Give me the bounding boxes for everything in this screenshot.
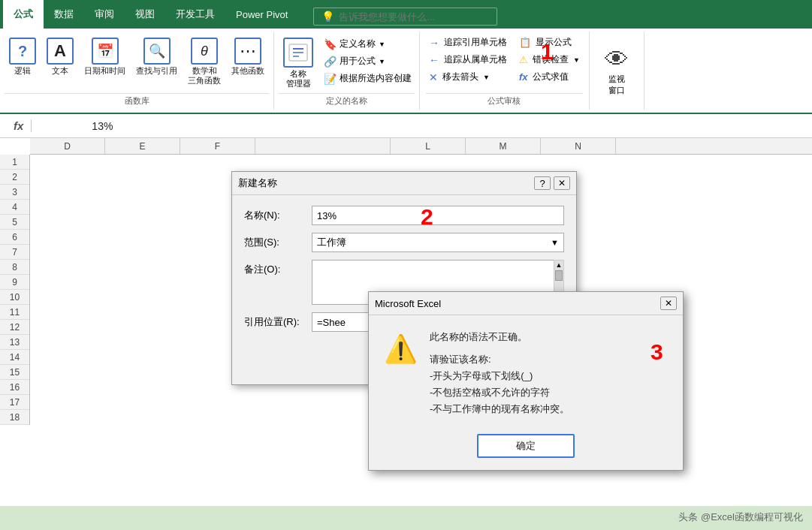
row-num-1: 1: [0, 155, 29, 170]
col-header-m: M: [466, 138, 541, 154]
row-num-2: 2: [0, 170, 29, 185]
row-num-13: 13: [0, 335, 29, 350]
logic-button[interactable]: ? 逻辑: [5, 35, 41, 79]
text-label: 文本: [52, 66, 68, 76]
use-in-formula-button[interactable]: 🔗 用于公式 ▼: [321, 53, 415, 69]
create-from-selection-button[interactable]: 📝 根据所选内容创建: [321, 71, 415, 86]
comment-scrollbar-up[interactable]: ▲: [555, 260, 563, 270]
excel-error-main-message: 此名称的语法不正确。: [430, 330, 569, 344]
watermark: 头条 @Excel函数编程可视化: [678, 510, 803, 524]
function-library-group: ? 逻辑 A 文本 📅 日期和时间 🔍 查找与引用: [0, 32, 274, 110]
col-header-n: N: [541, 138, 616, 154]
trace-precedents-button[interactable]: → 追踪引用单元格: [426, 35, 510, 50]
row-num-18: 18: [0, 410, 29, 425]
use-in-formula-label: 用于公式: [340, 55, 376, 68]
row-num-11: 11: [0, 305, 29, 320]
define-name-label: 定义名称: [340, 38, 376, 50]
remove-arrows-icon: ✕: [429, 71, 438, 83]
name-field-input[interactable]: [312, 206, 564, 225]
step-badge-3: 3: [651, 339, 663, 365]
trace-dependents-button[interactable]: ← 追踪从属单元格: [426, 52, 510, 68]
row-num-4: 4: [0, 200, 29, 215]
datetime-icon: 📅: [92, 38, 119, 65]
ref-field-label: 引用位置(R):: [244, 315, 312, 329]
error-check-dropdown-icon: ▼: [573, 56, 580, 64]
row-numbers: 1 2 3 4 5 6 7 8 9 10 11 12 13 14 15 16 1…: [0, 155, 30, 425]
ribbon-body: ? 逻辑 A 文本 📅 日期和时间 🔍 查找与引用: [0, 29, 812, 114]
function-library-label: 函数库: [5, 93, 269, 107]
excel-error-title-bar: Microsoft Excel ✕: [369, 292, 683, 315]
math-label: 数学和三角函数: [188, 66, 221, 86]
col-header-gap: [255, 138, 391, 154]
lookup-icon: 🔍: [143, 38, 171, 65]
row-num-16: 16: [0, 380, 29, 395]
tab-data[interactable]: 数据: [44, 0, 84, 29]
step-badge-2: 2: [421, 204, 433, 230]
formula-audit-label: 公式审核: [426, 93, 583, 107]
name-manager-button[interactable]: 名称管理器: [279, 35, 318, 92]
defined-names-label: 定义的名称: [279, 93, 415, 107]
name-field-label: 名称(N):: [244, 209, 312, 222]
excel-error-dialog: Microsoft Excel ✕ ⚠️ 此名称的语法不正确。 请验证该名称: …: [368, 291, 684, 471]
evaluate-formula-button[interactable]: fx 公式求值: [516, 69, 583, 85]
lookup-button[interactable]: 🔍 查找与引用: [131, 35, 182, 79]
logic-label: 逻辑: [14, 66, 31, 76]
new-name-close-button[interactable]: ✕: [554, 176, 570, 190]
ribbon: 公式 数据 审阅 视图 开发工具 Power Pivot 💡 ? 逻辑 A: [0, 0, 812, 114]
detail-line-4: -不与工作簿中的现有名称冲突。: [430, 401, 569, 417]
tab-formula[interactable]: 公式: [3, 0, 44, 29]
col-headers: D E F L M N: [30, 138, 812, 155]
new-name-help-button[interactable]: ?: [534, 176, 551, 190]
row-num-10: 10: [0, 290, 29, 305]
scope-field-select[interactable]: 工作簿 ▼: [312, 233, 564, 252]
warning-triangle-icon: ⚠️: [384, 333, 418, 365]
lightbulb-icon: 💡: [321, 11, 334, 23]
detail-line-1: 请验证该名称:: [430, 351, 569, 368]
monitor-icon: 👁: [605, 46, 629, 74]
row-num-17: 17: [0, 395, 29, 410]
detail-line-3: -不包括空格或不允许的字符: [430, 384, 569, 401]
tab-developer[interactable]: 开发工具: [165, 0, 225, 29]
name-manager-icon: [283, 38, 313, 68]
tab-review[interactable]: 审阅: [84, 0, 125, 29]
tab-power-pivot[interactable]: Power Pivot: [225, 0, 298, 29]
excel-error-footer: 确定: [369, 425, 683, 470]
search-input[interactable]: [339, 11, 489, 23]
new-name-title: 新建名称: [238, 176, 277, 190]
formula-fx-label: fx: [6, 119, 32, 132]
evaluate-formula-label: 公式求值: [533, 71, 569, 83]
dropdown-arrow-icon: ▼: [379, 41, 385, 48]
excel-error-close-button[interactable]: ✕: [660, 297, 677, 310]
row-num-8: 8: [0, 260, 29, 275]
other-functions-button[interactable]: ⋯ 其他函数: [227, 35, 269, 79]
logic-icon: ?: [9, 38, 36, 65]
formula-icon: 🔗: [324, 56, 337, 68]
row-num-3: 3: [0, 185, 29, 200]
excel-error-detail: 请验证该名称: -开头为字母或下划线(_) -不包括空格或不允许的字符 -不与工…: [430, 351, 569, 417]
other-functions-icon: ⋯: [234, 38, 261, 65]
defined-names-group: 名称管理器 🔖 定义名称 ▼ 🔗 用于公式 ▼ 📝: [274, 32, 420, 110]
datetime-button[interactable]: 📅 日期和时间: [80, 35, 130, 79]
remove-arrows-label: 移去箭头: [442, 71, 478, 83]
dropdown-arrow2-icon: ▼: [379, 58, 385, 65]
step-badge-1: 1: [541, 39, 554, 65]
text-button[interactable]: A 文本: [42, 35, 78, 79]
show-formulas-icon: 📋: [519, 37, 531, 48]
define-name-button[interactable]: 🔖 定义名称 ▼: [321, 36, 415, 52]
scope-dropdown-icon: ▼: [551, 238, 559, 247]
row-num-5: 5: [0, 215, 29, 230]
math-button[interactable]: θ 数学和三角函数: [183, 35, 225, 89]
scope-field-label: 范围(S):: [244, 236, 312, 249]
tab-view[interactable]: 视图: [125, 0, 165, 29]
col-header-l: L: [391, 138, 466, 154]
monitor-button[interactable]: 👁 监视窗口: [599, 43, 635, 99]
remove-arrows-dropdown-icon: ▼: [483, 74, 490, 81]
remove-arrows-button[interactable]: ✕ 移去箭头 ▼: [426, 69, 510, 85]
scope-field-row: 范围(S): 工作簿 ▼: [244, 233, 564, 252]
trace-dependents-icon: ←: [429, 54, 439, 66]
excel-error-ok-button[interactable]: 确定: [477, 434, 575, 458]
comment-scrollbar-thumb: [555, 270, 563, 281]
row-num-7: 7: [0, 245, 29, 260]
ribbon-tab-bar: 公式 数据 审阅 视图 开发工具 Power Pivot 💡: [0, 0, 812, 29]
excel-error-title: Microsoft Excel: [375, 298, 441, 309]
